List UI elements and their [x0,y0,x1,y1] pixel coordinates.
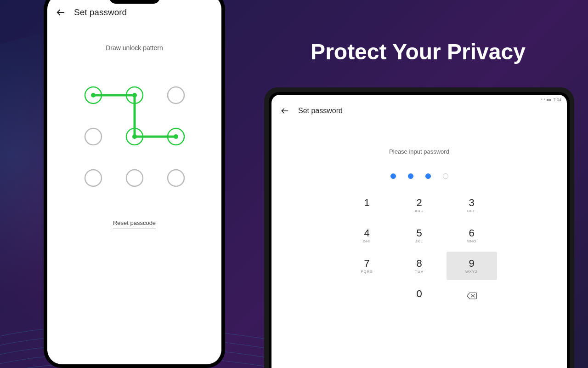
phone-mockup: Set password Draw unlock pattern [44,0,225,368]
key-digit: 9 [469,259,474,269]
reset-passcode-link[interactable]: Reset passcode [113,219,156,240]
tablet-mockup: * * ■■ 7:04 Set password Please input pa… [264,87,574,368]
pin-dot [443,173,448,179]
status-icons: * * ■■ [541,98,552,102]
keypad-key-2[interactable]: 2ABC [394,191,445,219]
svg-point-13 [168,170,184,186]
keypad-key-5[interactable]: 5JKL [394,221,445,250]
svg-point-11 [85,170,102,186]
key-digit: 5 [416,228,422,238]
key-digit: 0 [416,289,422,299]
phone-notch [109,0,160,4]
svg-point-2 [91,93,96,98]
status-bar: * * ■■ 7:04 [271,95,567,104]
keypad-key-8[interactable]: 8TUV [394,252,445,280]
numeric-keypad: 12ABC3DEF4GHI5JKL6MNO7PQRS8TUV9WXYZ0 [342,191,497,310]
keypad-key-0[interactable]: 0 [394,282,445,310]
key-digit: 1 [364,198,369,208]
keypad-key-3[interactable]: 3DEF [447,191,497,219]
key-digit: 6 [469,228,474,238]
svg-point-4 [132,93,137,98]
pin-prompt: Please input password [389,148,449,155]
svg-point-10 [174,134,178,139]
keypad-spacer [342,282,392,310]
svg-point-8 [132,134,137,139]
pattern-prompt: Draw unlock pattern [106,44,163,52]
pattern-grid[interactable] [75,77,194,196]
key-digit: 4 [364,228,369,238]
key-digit: 2 [416,198,422,208]
key-letters: MNO [467,239,477,243]
key-digit: 8 [416,259,422,269]
screen-title: Set password [74,7,127,17]
keypad-key-4[interactable]: 4GHI [342,221,392,250]
headline: Protect Your Privacy [276,39,560,64]
keypad-backspace[interactable] [447,282,497,310]
pin-dot [425,173,431,179]
key-digit: 7 [364,259,369,269]
key-digit: 3 [469,198,474,208]
keypad-key-1[interactable]: 1 [342,191,392,219]
keypad-key-9[interactable]: 9WXYZ [447,252,497,280]
back-arrow-icon[interactable] [280,106,290,116]
key-letters: ABC [415,209,424,213]
pin-dot [390,173,396,179]
key-letters: DEF [467,209,476,213]
svg-point-6 [85,128,102,145]
key-letters: GHI [363,239,371,243]
status-time: 7:04 [553,98,561,102]
keypad-key-7[interactable]: 7PQRS [342,252,392,280]
pin-indicator [390,173,448,179]
keypad-key-6[interactable]: 6MNO [447,221,497,250]
key-letters: TUV [415,270,424,274]
key-letters: WXYZ [465,270,478,274]
key-letters: JKL [415,239,423,243]
key-letters: PQRS [361,270,373,274]
svg-point-5 [168,87,184,104]
back-arrow-icon[interactable] [56,7,66,17]
backspace-icon [466,292,478,301]
pin-dot [408,173,413,179]
svg-point-12 [126,170,143,186]
screen-title: Set password [298,107,343,115]
